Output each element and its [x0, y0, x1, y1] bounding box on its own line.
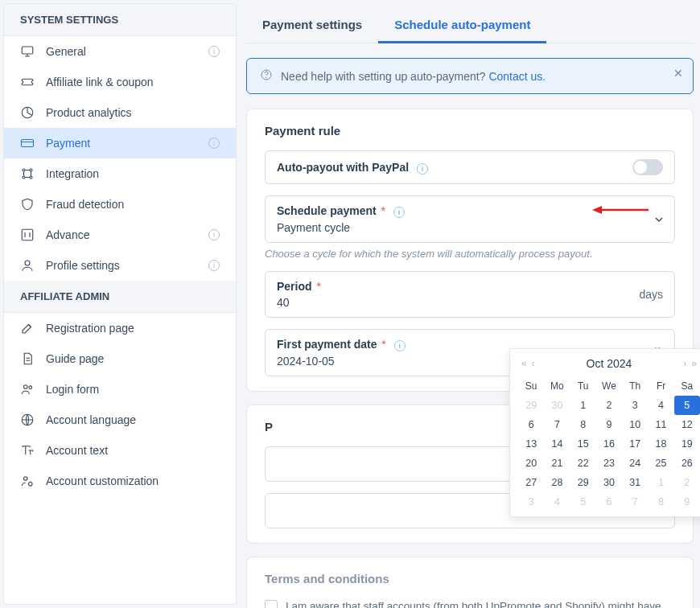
- datepicker-day[interactable]: 29: [570, 473, 596, 492]
- datepicker-day[interactable]: 1: [570, 396, 596, 415]
- datepicker-title[interactable]: Oct 2024: [587, 357, 632, 370]
- auto-payout-toggle[interactable]: [632, 159, 663, 175]
- sidebar-item-customization[interactable]: Account customization: [4, 466, 236, 496]
- sidebar-item-label: Advance: [46, 228, 208, 241]
- next-year-icon[interactable]: »: [691, 358, 697, 369]
- info-icon[interactable]: i: [393, 207, 405, 218]
- datepicker-day[interactable]: 3: [518, 492, 544, 511]
- period-field[interactable]: Period * 40 days: [265, 271, 675, 318]
- datepicker-day[interactable]: 2: [674, 473, 700, 492]
- tab-payment-settings[interactable]: Payment settings: [246, 8, 378, 43]
- chevron-down-icon: [655, 213, 663, 226]
- sidebar-item-profile[interactable]: Profile settings i: [4, 250, 236, 281]
- sidebar-item-login[interactable]: Login form: [4, 374, 236, 405]
- period-value: 40: [277, 296, 663, 309]
- sidebar-item-general[interactable]: General i: [4, 36, 236, 67]
- close-icon[interactable]: ✕: [673, 67, 683, 80]
- svg-point-20: [24, 385, 28, 389]
- sidebar-item-label: Profile settings: [46, 259, 208, 272]
- datepicker-day[interactable]: 18: [648, 434, 673, 454]
- sidebar-item-language[interactable]: Account language: [4, 405, 236, 435]
- datepicker-day[interactable]: 14: [544, 434, 570, 454]
- datepicker-day[interactable]: 23: [596, 454, 622, 473]
- sidebar-item-guide[interactable]: Guide page: [4, 343, 236, 374]
- prev-year-icon[interactable]: «: [521, 358, 527, 369]
- svg-point-21: [29, 386, 32, 389]
- datepicker-day[interactable]: 9: [596, 415, 622, 434]
- next-month-icon[interactable]: ›: [683, 358, 686, 369]
- info-icon[interactable]: i: [394, 340, 406, 351]
- datepicker-dow: Fr: [648, 376, 673, 396]
- datepicker-day[interactable]: 4: [544, 492, 570, 511]
- tab-schedule-auto-payment[interactable]: Schedule auto-payment: [378, 8, 546, 43]
- credit-card-icon: [20, 136, 35, 150]
- datepicker-day[interactable]: 31: [622, 473, 648, 492]
- datepicker-day[interactable]: 28: [544, 473, 570, 492]
- datepicker-day[interactable]: 5: [570, 492, 596, 511]
- datepicker-day[interactable]: 7: [622, 492, 648, 511]
- datepicker-day[interactable]: 10: [622, 415, 648, 434]
- tabs: Payment settings Schedule auto-payment: [246, 8, 694, 43]
- datepicker-day[interactable]: 29: [518, 396, 544, 415]
- datepicker-day[interactable]: 11: [648, 415, 673, 434]
- sidebar-item-registration[interactable]: Registration page: [4, 313, 236, 343]
- period-label: Period: [277, 280, 312, 293]
- pie-chart-icon: [20, 105, 35, 120]
- svg-point-9: [30, 176, 32, 179]
- datepicker-day[interactable]: 22: [570, 454, 596, 473]
- sidebar-item-text[interactable]: Account text: [4, 435, 236, 466]
- sidebar-item-advance[interactable]: Advance i: [4, 220, 236, 250]
- auto-payout-field: Auto-payout with PayPal i: [265, 150, 675, 184]
- datepicker-day[interactable]: 7: [544, 415, 570, 434]
- info-icon[interactable]: i: [417, 163, 428, 175]
- datepicker-day[interactable]: 27: [518, 473, 544, 492]
- datepicker-day[interactable]: 9: [674, 492, 700, 511]
- contact-link[interactable]: Contact us.: [488, 70, 546, 83]
- svg-point-25: [29, 483, 33, 487]
- datepicker-day[interactable]: 24: [622, 454, 648, 473]
- datepicker-day[interactable]: 25: [648, 454, 673, 473]
- shield-icon: [20, 197, 35, 212]
- datepicker-day[interactable]: 16: [596, 434, 622, 454]
- ticket-icon: [20, 75, 35, 89]
- datepicker-day[interactable]: 30: [596, 473, 622, 492]
- datepicker-day[interactable]: 4: [648, 396, 673, 415]
- sidebar-item-integration[interactable]: Integration: [4, 158, 236, 189]
- datepicker-day[interactable]: 8: [648, 492, 673, 511]
- sidebar-item-label: Registration page: [46, 322, 220, 335]
- sidebar-item-label: Fraud detection: [46, 198, 220, 211]
- datepicker-day[interactable]: 15: [570, 434, 596, 454]
- info-icon: i: [208, 229, 220, 240]
- datepicker-day[interactable]: 5: [674, 396, 700, 415]
- sidebar-item-affiliate-link[interactable]: Affiliate link & coupon: [4, 67, 236, 97]
- schedule-payment-field[interactable]: Schedule payment * i Payment cycle: [265, 195, 675, 243]
- sidebar-item-label: Account customization: [46, 474, 220, 487]
- datepicker-day[interactable]: 21: [544, 454, 570, 473]
- schedule-value: Payment cycle: [277, 221, 663, 234]
- datepicker-day[interactable]: 1: [648, 473, 673, 492]
- sliders-icon: [20, 228, 35, 242]
- datepicker-day[interactable]: 8: [570, 415, 596, 434]
- datepicker-day[interactable]: 30: [544, 396, 570, 415]
- first-date-label: First payment date: [277, 338, 377, 351]
- datepicker-day[interactable]: 20: [518, 454, 544, 473]
- datepicker-day[interactable]: 3: [622, 396, 648, 415]
- datepicker-day[interactable]: 2: [596, 396, 622, 415]
- terms-checkbox[interactable]: [265, 600, 278, 608]
- sidebar-item-fraud[interactable]: Fraud detection: [4, 189, 236, 220]
- alert-text: Need help with setting up auto-payment? …: [281, 70, 546, 83]
- prev-month-icon[interactable]: ‹: [532, 358, 535, 369]
- datepicker-day[interactable]: 13: [518, 434, 544, 454]
- datepicker: « ‹ Oct 2024 › » SuMoTuWeThFrSa293012345…: [509, 348, 700, 517]
- sidebar-section-system: SYSTEM SETTINGS: [4, 4, 236, 36]
- card-title: Payment rule: [265, 124, 675, 138]
- sidebar-item-product-analytics[interactable]: Product analytics: [4, 97, 236, 128]
- datepicker-day[interactable]: 12: [674, 415, 700, 434]
- sidebar-item-payment[interactable]: Payment i: [4, 128, 236, 158]
- datepicker-day[interactable]: 6: [596, 492, 622, 511]
- datepicker-day[interactable]: 17: [622, 434, 648, 454]
- datepicker-day[interactable]: 19: [674, 434, 700, 454]
- sidebar-item-label: Account text: [46, 444, 220, 457]
- datepicker-day[interactable]: 26: [674, 454, 700, 473]
- datepicker-day[interactable]: 6: [518, 415, 544, 434]
